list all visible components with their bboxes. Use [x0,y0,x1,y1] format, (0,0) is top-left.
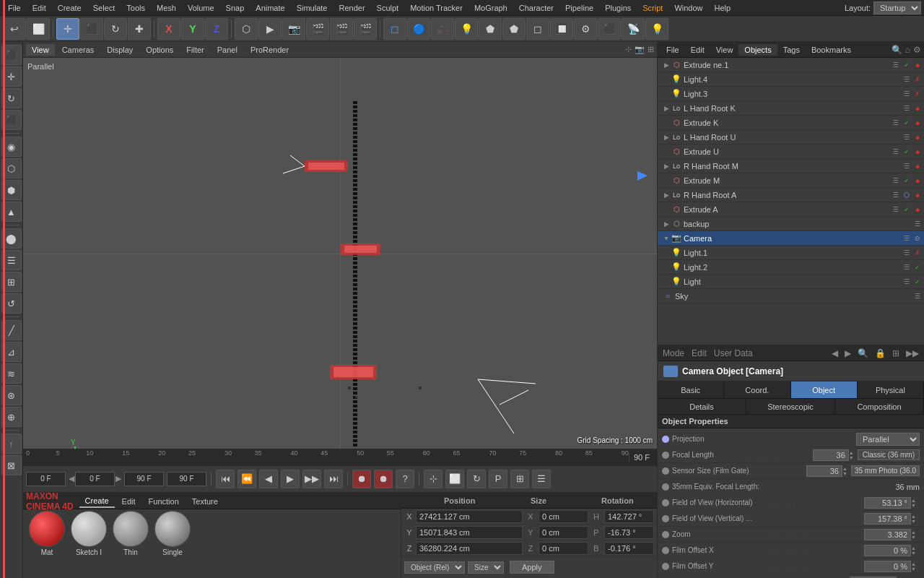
prop-tab-coord[interactable]: Coord. [724,381,790,398]
om-tab-tags[interactable]: Tags [777,44,806,56]
prop-filmx-spinner[interactable]: ▲ ▼ [911,545,920,556]
viewport-tab-panel[interactable]: Panel [212,44,243,56]
ne1-vis-icon[interactable]: ☰ [891,60,901,70]
redo-btn[interactable]: ⬜ [27,18,50,40]
extrudem-check-icon[interactable]: ✓ [902,176,912,186]
render2-btn[interactable]: 🎬 [330,18,353,40]
light4-vis-icon[interactable]: ☰ [902,74,912,85]
mat-tab-texture[interactable]: Texture [186,496,224,507]
extrudeu-vis-icon[interactable]: ☰ [891,147,901,157]
deform-btn[interactable]: ◻ [526,18,549,40]
prop-lock-icon[interactable]: 🔒 [873,348,888,358]
move-tool[interactable]: ⬛ [80,18,103,40]
menu-simulate[interactable]: Simulate [292,2,333,14]
obj-light[interactable]: 💡 Light ☰ ✓ [658,275,924,289]
z-axis-btn[interactable]: Z [205,18,228,40]
om-search-icon[interactable]: 🔍 [892,45,902,55]
tl-arrow-left[interactable]: ◀ [69,474,74,483]
prop-edit-label[interactable]: Edit [689,348,709,358]
light-btn[interactable]: 💡 [455,18,478,40]
viewport-tab-display[interactable]: Display [101,44,139,56]
extrudem-vis-icon[interactable]: ☰ [891,176,901,186]
mat-tab-create[interactable]: Create [79,495,115,508]
apply-button[interactable]: Apply [510,561,554,574]
scale-tool[interactable]: ✚ [128,18,151,40]
tl-mode-btn[interactable]: ☰ [532,470,551,488]
coord-rot-p[interactable] [604,526,654,539]
viewport-tab-options[interactable]: Options [140,44,179,56]
rhandm-vis-icon[interactable]: ☰ [902,161,912,171]
obj-extrudeu[interactable]: ⬡ Extrude U ☰ ✓ ● [658,144,924,159]
obj-light3[interactable]: 💡 Light.3 ☰ ✗ [658,87,924,101]
light2-check-icon[interactable]: ✓ [912,262,923,272]
menu-render[interactable]: Render [334,2,370,14]
obj-extrudek[interactable]: ⬡ Extrude K ☰ ✓ ● [658,116,924,130]
om-home-icon[interactable]: ⌂ [905,45,910,55]
lhandk-vis-icon[interactable]: ☰ [902,103,912,113]
hair-btn[interactable]: ⬛ [598,18,621,40]
om-tab-edit[interactable]: Edit [685,44,710,56]
tl-arrow-right[interactable]: ▶ [116,474,121,483]
menu-help[interactable]: Help [710,2,736,14]
obj-extrudea[interactable]: ⬡ Extrude A ☰ ✓ ● [658,202,924,217]
prop-search-icon[interactable]: 🔍 [855,348,871,358]
nurbs-btn[interactable]: ⬟ [502,18,526,40]
menu-window[interactable]: Window [669,2,707,14]
menu-pipeline[interactable]: Pipeline [560,2,598,14]
tl-grid-btn[interactable]: ⊞ [510,470,529,488]
obj-extrudem[interactable]: ⬡ Extrude M ☰ ✓ ● [658,173,924,188]
menu-script[interactable]: Script [637,2,668,14]
prop-sensor-input[interactable] [806,465,842,477]
viewport-tab-filter[interactable]: Filter [180,44,209,56]
anim-btn[interactable]: ▶ [258,18,282,40]
obj-rhandm[interactable]: ▶ Lo R Hand Root M ☰ ● [658,159,924,173]
expand-lhandk[interactable]: ▶ [662,105,671,112]
viewport-icon-cam[interactable]: 📷 [635,45,645,54]
coord-pos-y[interactable] [416,526,523,539]
camera-vis-icon[interactable]: ☰ [902,233,912,243]
prop-tab-physical[interactable]: Physical [858,381,924,398]
render3-btn[interactable]: 🎬 [354,18,377,40]
tl-next-step-btn[interactable]: ▶▶ [302,470,321,488]
cam2-btn[interactable]: 🎥 [431,18,454,40]
tl-record-btn[interactable]: ⏺ [352,470,371,488]
expand-extrude-ne1[interactable]: ▶ [662,61,671,69]
prop-zoom-input[interactable] [864,529,911,540]
prop-tab-details[interactable]: Details [658,399,746,414]
sky-vis-icon[interactable]: ☰ [912,291,923,301]
rhanda-dot-icon[interactable]: ● [912,190,923,200]
menu-motion-tracker[interactable]: Motion Tracker [405,2,468,14]
tl-pos-btn[interactable]: P [489,470,507,488]
coord-rot-b[interactable] [604,542,654,555]
prop-fovv-spinner[interactable]: ▲ ▼ [911,514,920,524]
menu-sculpt[interactable]: Sculpt [372,2,404,14]
mat-tab-edit[interactable]: Edit [116,496,141,507]
lhandk-dot-icon[interactable]: ● [912,103,923,113]
coord-rot-h[interactable] [604,510,654,523]
prop-fovh-spinner[interactable]: ▲ ▼ [911,498,920,508]
prop-focal-spinner[interactable]: ▲ ▼ [849,450,858,460]
rotate-tool[interactable]: ↻ [104,18,127,40]
coord-size-y[interactable] [539,526,588,539]
light3-vis-icon[interactable]: ☰ [902,89,912,99]
backup-vis-icon[interactable]: ☰ [912,219,923,229]
viewport-tab-view[interactable]: View [26,44,55,56]
render-btn[interactable]: 🎬 [306,18,329,40]
tl-prev-step-btn[interactable]: ◀ [259,470,278,488]
viewport-icon-settings[interactable]: ⊞ [648,45,654,54]
obj-lhandk[interactable]: ▶ Lo L Hand Root K ☰ ● [658,101,924,116]
extrudeu-check-icon[interactable]: ✓ [902,147,912,157]
expand-camera[interactable]: ▼ [662,235,671,242]
ne1-dot-icon[interactable]: ● [912,60,923,70]
tl-last-btn[interactable]: ⏭ [324,470,343,488]
cube-btn[interactable]: ◻ [383,18,406,40]
extrudea-check-icon[interactable]: ✓ [902,204,912,215]
prop-mode-label[interactable]: Mode [661,348,687,358]
obj-backup[interactable]: ▶ ⬡ backup ☰ [658,217,924,231]
menu-create[interactable]: Create [53,2,87,14]
tl-scale-btn[interactable]: ⬜ [445,470,464,488]
prop-focus-refresh-btn[interactable]: ↻ [905,575,920,579]
light-vis-icon[interactable]: ☰ [902,277,912,287]
light1-x-icon[interactable]: ✗ [912,248,923,258]
prop-more-icon[interactable]: ▶▶ [904,348,921,358]
